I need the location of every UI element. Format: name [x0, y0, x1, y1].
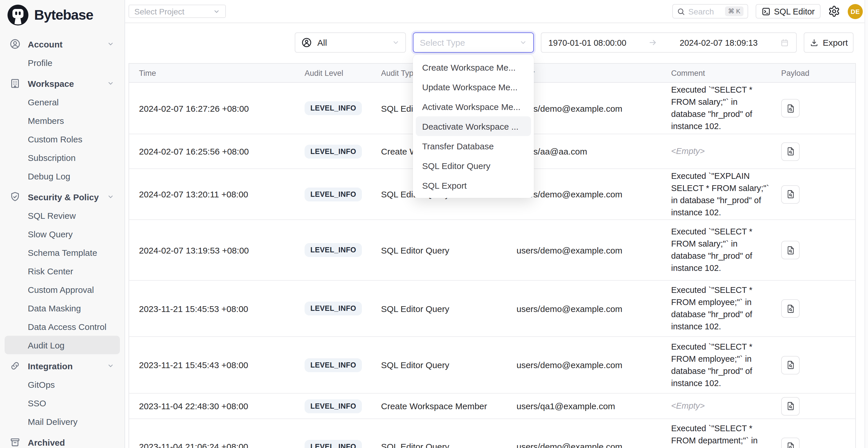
- payload-view-button[interactable]: [781, 437, 800, 448]
- table-row: 2023-11-04 21:06:24 +08:00 LEVEL_INFO SQ…: [129, 419, 855, 448]
- topbar-right: Search ⌘ K SQL Editor DE: [672, 4, 863, 19]
- table-row: 2023-11-21 15:45:53 +08:00 LEVEL_INFO SQ…: [129, 281, 855, 337]
- scrollbar[interactable]: [865, 0, 868, 448]
- cell-time: 2024-02-07 16:27:26 +08:00: [139, 103, 305, 113]
- sidebar-item-account[interactable]: Account: [5, 35, 120, 53]
- cell-payload: [781, 397, 855, 415]
- sidebar-item-slow-query[interactable]: Slow Query: [5, 225, 120, 243]
- sidebar-item-archived[interactable]: Archived: [5, 433, 120, 448]
- type-filter-select[interactable]: Select Type: [413, 32, 534, 53]
- cell-audit-type: SQL Editor Query: [381, 360, 517, 370]
- cell-actor: users/qa1@example.com: [517, 401, 671, 411]
- chevron-down-icon: [213, 8, 220, 15]
- sidebar-item-sql-review[interactable]: SQL Review: [5, 206, 120, 225]
- sidebar-item-security-policy[interactable]: Security & Policy: [5, 188, 120, 206]
- cell-payload: [781, 99, 855, 118]
- sidebar-item-data-masking[interactable]: Data Masking: [5, 299, 120, 317]
- table-row: 2024-02-07 13:19:53 +08:00 LEVEL_INFO SQ…: [129, 220, 855, 281]
- menu-item-deactivate-workspace-member[interactable]: Deactivate Workspace ...: [416, 116, 531, 136]
- date-to: 2024-02-07 18:09:13: [680, 38, 758, 47]
- sidebar-item-risk-center[interactable]: Risk Center: [5, 262, 120, 280]
- export-button[interactable]: Export: [804, 32, 854, 53]
- payload-view-button[interactable]: [781, 356, 800, 374]
- sidebar-item-data-access-control[interactable]: Data Access Control: [5, 317, 120, 336]
- col-actor: Actor: [517, 69, 671, 77]
- payload-view-button[interactable]: [781, 99, 800, 118]
- cell-actor: users/demo@example.com: [517, 303, 671, 313]
- chevron-down-icon: [107, 40, 114, 47]
- level-badge: LEVEL_INFO: [305, 358, 362, 372]
- col-comment: Comment: [671, 69, 781, 77]
- cell-comment: Executed `"SELECT * FROM department;"` i…: [671, 422, 781, 448]
- cell-comment: Executed `"SELECT * FROM employee;"` in …: [671, 341, 781, 389]
- sidebar-item-members[interactable]: Members: [5, 111, 120, 130]
- cell-actor: users/aa@aa.com: [517, 147, 671, 156]
- cell-time: 2023-11-04 22:48:30 +08:00: [139, 401, 305, 411]
- sidebar-item-general[interactable]: General: [5, 93, 120, 111]
- cell-comment: Executed `"SELECT * FROM salary;"` in da…: [671, 84, 781, 133]
- sidebar-item-audit-log[interactable]: Audit Log: [5, 336, 120, 354]
- payload-view-button[interactable]: [781, 397, 800, 415]
- col-time: Time: [139, 69, 305, 77]
- menu-item-activate-workspace-member[interactable]: Activate Workspace Me...: [413, 97, 534, 116]
- bytebase-logo[interactable]: Bytebase: [0, 0, 124, 30]
- sidebar-item-profile[interactable]: Profile: [5, 53, 120, 72]
- cell-actor: users/demo@example.com: [517, 189, 671, 199]
- level-badge: LEVEL_INFO: [305, 101, 362, 115]
- cell-payload: [781, 241, 855, 259]
- level-badge: LEVEL_INFO: [305, 440, 362, 448]
- sidebar-nav: Account Profile Workspace General Member…: [0, 30, 124, 448]
- cell-payload: [781, 437, 855, 448]
- shield-check-icon: [9, 191, 21, 202]
- sidebar-item-integration[interactable]: Integration: [5, 357, 120, 375]
- menu-item-create-workspace-member[interactable]: Create Workspace Me...: [413, 57, 534, 77]
- cell-audit-type: SQL Editor Query: [381, 303, 517, 313]
- settings-gear-icon[interactable]: [828, 5, 840, 18]
- menu-item-sql-export[interactable]: SQL Export: [413, 175, 534, 195]
- sidebar-item-custom-approval[interactable]: Custom Approval: [5, 280, 120, 299]
- menu-item-sql-editor-query[interactable]: SQL Editor Query: [413, 156, 534, 175]
- cell-comment: <Empty>: [671, 145, 781, 157]
- cell-audit-level: LEVEL_INFO: [305, 243, 381, 257]
- sidebar-item-mail-delivery[interactable]: Mail Delivery: [5, 412, 120, 430]
- link-icon: [9, 360, 21, 372]
- chevron-down-icon: [107, 80, 114, 87]
- search-input[interactable]: Search ⌘ K: [672, 4, 748, 19]
- payload-view-button[interactable]: [781, 299, 800, 318]
- cell-time: 2023-11-21 15:45:53 +08:00: [139, 303, 305, 313]
- cell-audit-type: SQL Editor Query: [381, 442, 517, 448]
- cell-comment: Executed `"SELECT * FROM salary;"` in da…: [671, 226, 781, 274]
- payload-view-button[interactable]: [781, 185, 800, 203]
- avatar[interactable]: DE: [848, 4, 863, 19]
- sidebar-item-subscription[interactable]: Subscription: [5, 148, 120, 167]
- sidebar-item-schema-template[interactable]: Schema Template: [5, 243, 120, 262]
- sidebar-item-sso[interactable]: SSO: [5, 393, 120, 412]
- terminal-icon: [761, 7, 770, 16]
- menu-item-transfer-database[interactable]: Transfer Database: [413, 136, 534, 156]
- cell-actor: users/demo@example.com: [517, 360, 671, 370]
- payload-view-button[interactable]: [781, 142, 800, 161]
- cell-audit-level: LEVEL_INFO: [305, 145, 381, 158]
- app-window: Bytebase Account Profile Workspace: [0, 0, 868, 448]
- cell-payload: [781, 356, 855, 374]
- project-select[interactable]: Select Project: [129, 5, 226, 18]
- sidebar-item-gitops[interactable]: GitOps: [5, 375, 120, 393]
- filter-bar: All Select Type 1970-01-01 08:00:00 2024…: [125, 23, 868, 53]
- sidebar-item-debug-log[interactable]: Debug Log: [5, 167, 120, 185]
- cell-actor: users/demo@example.com: [517, 442, 671, 448]
- chevron-down-icon: [519, 39, 527, 46]
- actor-filter-select[interactable]: All: [295, 32, 406, 53]
- sidebar-item-workspace[interactable]: Workspace: [5, 74, 120, 93]
- cell-audit-level: LEVEL_INFO: [305, 101, 381, 115]
- col-audit-level: Audit Level: [305, 69, 381, 77]
- cell-audit-level: LEVEL_INFO: [305, 399, 381, 413]
- chevron-down-icon: [392, 39, 400, 46]
- topbar: Select Project Search ⌘ K SQL: [125, 0, 868, 23]
- menu-item-update-workspace-member[interactable]: Update Workspace Me...: [413, 77, 534, 97]
- payload-view-button[interactable]: [781, 241, 800, 259]
- date-range-picker[interactable]: 1970-01-01 08:00:00 2024-02-07 18:09:13: [541, 32, 797, 53]
- sidebar-item-custom-roles[interactable]: Custom Roles: [5, 130, 120, 148]
- cell-time: 2024-02-07 13:19:53 +08:00: [139, 245, 305, 255]
- level-badge: LEVEL_INFO: [305, 145, 362, 158]
- sql-editor-button[interactable]: SQL Editor: [755, 4, 820, 19]
